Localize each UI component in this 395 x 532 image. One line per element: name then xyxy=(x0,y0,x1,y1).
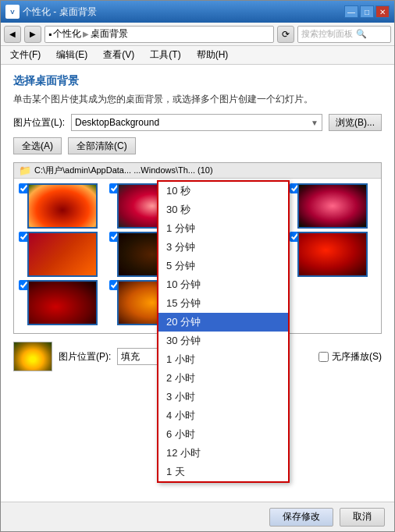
clear-all-button[interactable]: 全部清除(C) xyxy=(68,137,136,154)
search-bar[interactable]: 搜索控制面板 🔍 xyxy=(297,26,391,43)
dropdown-item-4hr[interactable]: 4 小时 xyxy=(158,406,288,425)
menu-edit[interactable]: 编辑(E) xyxy=(53,47,91,63)
dropdown-item-1day[interactable]: 1 天 xyxy=(158,463,288,481)
shuffle-checkbox[interactable] xyxy=(318,352,329,362)
dropdown-item-1min[interactable]: 1 分钟 xyxy=(158,219,288,238)
position-value: 填充 xyxy=(121,350,140,364)
breadcrumb-personalize[interactable]: 个性化 xyxy=(53,27,81,41)
image-thumbnail-8[interactable] xyxy=(297,232,368,277)
menu-tools[interactable]: 工具(T) xyxy=(147,47,183,63)
image-thumbnail-4[interactable] xyxy=(297,183,368,229)
dropdown-item-3min[interactable]: 3 分钟 xyxy=(158,238,288,257)
image-thumbnail-5[interactable] xyxy=(27,232,98,277)
location-value: DesktopBackground xyxy=(75,117,159,128)
image-thumbnail-1[interactable] xyxy=(27,183,98,229)
dropdown-item-12hr[interactable]: 12 小时 xyxy=(158,444,288,463)
maximize-button[interactable]: □ xyxy=(360,5,374,18)
select-all-button[interactable]: 全选(A) xyxy=(13,137,62,154)
menu-view[interactable]: 查看(V) xyxy=(100,47,137,63)
browse-button[interactable]: 浏览(B)... xyxy=(329,114,382,131)
dropdown-item-3hr[interactable]: 3 小时 xyxy=(158,388,288,406)
dropdown-item-5min[interactable]: 5 分钟 xyxy=(158,257,288,275)
breadcrumb-icon: ▪ xyxy=(48,29,52,40)
titlebar-buttons: — □ ✕ xyxy=(344,5,390,18)
action-row: 全选(A) 全部清除(C) xyxy=(13,137,382,154)
titlebar: V 个性化 - 桌面背景 — □ ✕ xyxy=(1,1,394,23)
breadcrumb-desktop[interactable]: 桌面背景 xyxy=(91,27,128,41)
dropdown-arrow-icon: ▼ xyxy=(311,119,318,127)
menu-file[interactable]: 文件(F) xyxy=(7,47,44,63)
footer: 保存修改 取消 xyxy=(1,502,394,531)
cancel-button[interactable]: 取消 xyxy=(340,508,385,527)
search-icon: 🔍 xyxy=(356,29,367,39)
list-item[interactable] xyxy=(19,183,106,229)
menu-help[interactable]: 帮助(H) xyxy=(194,47,232,63)
window-title: 个性化 - 桌面背景 xyxy=(23,5,344,19)
folder-header: 📁 C:\用户\admin\AppData... ...Windows\Th..… xyxy=(14,163,381,179)
breadcrumb-separator: ▶ xyxy=(83,30,89,38)
app-logo: V xyxy=(5,5,20,19)
dropdown-item-10sec[interactable]: 10 秒 xyxy=(158,182,288,200)
addressbar: ◀ ▶ ▪ 个性化 ▶ 桌面背景 ⟳ 搜索控制面板 🔍 xyxy=(1,23,394,46)
list-item[interactable] xyxy=(290,232,377,277)
shuffle-section: 无序播放(S) xyxy=(318,350,382,364)
save-button[interactable]: 保存修改 xyxy=(269,508,333,527)
refresh-button[interactable]: ⟳ xyxy=(277,26,294,43)
interval-dropdown: 10 秒 30 秒 1 分钟 3 分钟 5 分钟 10 分钟 15 分钟 20 … xyxy=(157,180,290,483)
menubar: 文件(F) 编辑(E) 查看(V) 工具(T) 帮助(H) xyxy=(1,46,394,65)
dropdown-item-15min[interactable]: 15 分钟 xyxy=(158,294,288,313)
dropdown-item-10min[interactable]: 10 分钟 xyxy=(158,275,288,294)
breadcrumb: ▪ 个性化 ▶ 桌面背景 xyxy=(44,26,274,43)
shuffle-label: 无序播放(S) xyxy=(332,350,382,364)
location-row: 图片位置(L): DesktopBackground ▼ 浏览(B)... xyxy=(13,114,382,131)
minimize-button[interactable]: — xyxy=(344,5,358,18)
position-preview xyxy=(13,342,52,371)
search-placeholder-text: 搜索控制面板 xyxy=(301,28,353,40)
dropdown-item-2hr[interactable]: 2 小时 xyxy=(158,369,288,388)
page-title: 选择桌面背景 xyxy=(13,74,382,88)
list-item[interactable] xyxy=(19,232,106,277)
page-description: 单击某个图片使其成为您的桌面背景，或选择多个图片创建一个幻灯片。 xyxy=(13,93,382,106)
close-button[interactable]: ✕ xyxy=(375,5,390,18)
image-thumbnail-9[interactable] xyxy=(27,280,98,325)
forward-button[interactable]: ▶ xyxy=(24,26,41,43)
back-button[interactable]: ◀ xyxy=(4,26,21,43)
dropdown-item-1hr[interactable]: 1 小时 xyxy=(158,350,288,369)
dropdown-item-30sec[interactable]: 30 秒 xyxy=(158,200,288,219)
location-dropdown[interactable]: DesktopBackground ▼ xyxy=(71,114,322,131)
position-label: 图片位置(P): xyxy=(59,350,111,364)
list-item[interactable] xyxy=(290,183,377,229)
folder-icon: 📁 xyxy=(19,165,31,176)
dropdown-item-20min[interactable]: 20 分钟 xyxy=(158,313,288,332)
list-item[interactable] xyxy=(19,280,106,325)
dropdown-item-30min[interactable]: 30 分钟 xyxy=(158,332,288,350)
dropdown-item-6hr[interactable]: 6 小时 xyxy=(158,425,288,444)
folder-path: C:\用户\admin\AppData... ...Windows\Th... … xyxy=(34,165,213,176)
location-label: 图片位置(L): xyxy=(13,116,65,129)
main-window: V 个性化 - 桌面背景 — □ ✕ ◀ ▶ ▪ 个性化 ▶ 桌面背景 ⟳ 搜索… xyxy=(0,0,395,532)
main-content: 选择桌面背景 单击某个图片使其成为您的桌面背景，或选择多个图片创建一个幻灯片。 … xyxy=(1,65,394,502)
